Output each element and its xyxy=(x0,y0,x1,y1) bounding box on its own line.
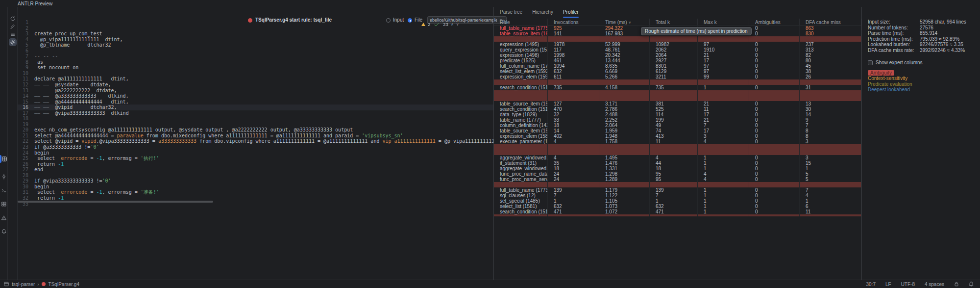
refresh-icon[interactable] xyxy=(10,16,16,22)
profiler-row[interactable]: predicate (1525)46113.444292717080 xyxy=(494,58,861,63)
code-line[interactable]: 16—— —— @vipid dtchar32, xyxy=(18,105,493,110)
code-line[interactable]: 28 xyxy=(18,173,493,179)
show-expert-columns-checkbox[interactable] xyxy=(868,60,873,65)
profiler-row[interactable]: search_condition (1516)4711.0724711011 xyxy=(494,209,861,214)
profiler-row[interactable]: expression_elem (1589)4021.948413308 xyxy=(494,133,861,139)
code-line[interactable]: 4 @p_vipa1111111111111 dtint, xyxy=(18,37,493,43)
profiler-row[interactable]: expression (1498)199820.342206421082 xyxy=(494,52,861,58)
profiler-row[interactable] xyxy=(494,150,861,155)
column-header-invocations[interactable]: Invocations xyxy=(548,19,599,26)
code-line[interactable]: 14—— —— @a333333333333 dtkind, xyxy=(18,93,493,99)
line-separator[interactable]: LF xyxy=(885,282,891,287)
profiler-row[interactable]: select_list (1581)6321.073632106 xyxy=(494,204,861,209)
profiler-row[interactable]: search_condition (1519)7354.1587351031 xyxy=(494,85,861,90)
code-line[interactable]: 15—— —— @a44444444444444 dtint, xyxy=(18,99,493,105)
profiler-row[interactable] xyxy=(494,79,861,85)
profiler-row[interactable] xyxy=(494,90,861,96)
next-issue-chevron-icon[interactable]: ∨ xyxy=(456,23,459,26)
profiler-row[interactable] xyxy=(494,144,861,150)
profiler-row[interactable]: sql_clauses (12)71.1227104 xyxy=(494,193,861,198)
code-line[interactable]: 6 xyxy=(18,48,493,54)
commit-icon[interactable] xyxy=(1,174,7,180)
tab-hierarchy[interactable]: Hierarchy xyxy=(532,7,553,18)
code-line[interactable]: 27end xyxy=(18,167,493,173)
profiler-row[interactable]: search_condition (1517)4702.78652511030 xyxy=(494,106,861,112)
readonly-lock-icon[interactable] xyxy=(953,280,960,288)
pencil-icon[interactable] xyxy=(10,24,16,29)
code-line[interactable]: 10 xyxy=(18,71,493,77)
line-number: 20 xyxy=(18,127,28,133)
list-icon[interactable] xyxy=(10,31,16,37)
profiler-row[interactable]: column_definition (1421)182.06449707 xyxy=(494,123,861,128)
code-line[interactable]: 26 return -1 xyxy=(18,161,493,167)
profiler-row[interactable]: expression_elem (1590)6115.266321199026 xyxy=(494,74,861,79)
input-editor[interactable]: 123create proc up_com_test4 @p_vipa11111… xyxy=(18,20,493,280)
caret-position[interactable]: 30:7 xyxy=(866,282,875,287)
notifications-icon[interactable] xyxy=(1,229,7,235)
code-line[interactable]: 13—— —— @a2222222222 dtdate, xyxy=(18,88,493,94)
code-line[interactable]: 25 select errorcode = -1, errormsg = '执行… xyxy=(18,156,493,161)
code-line[interactable]: 30begin xyxy=(18,184,493,190)
profiler-row[interactable]: data_type (1829)322.48811417014 xyxy=(494,112,861,117)
breadcrumb-file[interactable]: TSqlParser.g4 xyxy=(49,282,79,287)
code-line[interactable]: 29if @vipa333333333333 !='0' xyxy=(18,178,493,184)
profiler-row[interactable] xyxy=(494,36,861,42)
code-line[interactable]: 23if @a33333333333 !='0' xyxy=(18,144,493,150)
profiler-row[interactable] xyxy=(494,96,861,101)
terminal-icon[interactable] xyxy=(1,187,7,193)
code-line[interactable]: 11declare @a1111111111111 dtint, xyxy=(18,76,493,82)
profiler-row[interactable]: query_expression (1527)11748.76120621910… xyxy=(494,47,861,52)
code-line[interactable]: 8 as xyxy=(18,59,493,65)
profiler-row[interactable]: if_statement (31)351.476441015 xyxy=(494,160,861,166)
code-line[interactable]: 20exec nb_com_getsysconfig @a11111111111… xyxy=(18,127,493,133)
profiler-row[interactable]: full_column_name (17…10948.635830197045 xyxy=(494,63,861,69)
column-header-dfa_cache_miss[interactable]: DFA cache miss xyxy=(800,19,861,26)
profiler-row[interactable]: aggregate_windowed…181.33118101 xyxy=(494,166,861,171)
profiler-row[interactable]: set_special (1485)11.1051101 xyxy=(494,198,861,204)
services-icon[interactable] xyxy=(1,201,7,207)
notifications-bell-icon[interactable] xyxy=(967,280,975,288)
antlr-preview-icon[interactable] xyxy=(1,156,7,162)
code-line[interactable]: 24begin xyxy=(18,150,493,156)
profiler-row[interactable]: table_name (1777)332.2521992109 xyxy=(494,117,861,123)
prev-issue-chevron-icon[interactable]: ∧ xyxy=(451,23,454,26)
column-header-max_k[interactable]: Max k xyxy=(698,19,749,26)
code-line[interactable]: 12—— —— @sysdate dtdate, xyxy=(18,82,493,88)
inspections-widget[interactable]: 2 23 ∧ ∨ xyxy=(421,21,459,27)
column-header-total_k[interactable]: Total k xyxy=(650,19,698,26)
code-line[interactable]: 9 set nocount on xyxy=(18,65,493,71)
tab-profiler[interactable]: Profiler xyxy=(563,7,579,18)
column-header-ambiguities[interactable]: Ambiguities xyxy=(749,19,800,26)
profiler-row[interactable] xyxy=(494,214,861,216)
profiler-row[interactable]: aggregate_windowed…41.4954103 xyxy=(494,155,861,160)
code-line[interactable]: 18 xyxy=(18,116,493,122)
problems-icon[interactable] xyxy=(1,215,7,221)
profiler-row[interactable] xyxy=(494,182,861,187)
profiler-row[interactable]: execute_parameter (1…41.75811403 xyxy=(494,139,861,144)
code-line[interactable]: 3create proc up_com_test xyxy=(18,31,493,37)
gear-icon[interactable] xyxy=(10,39,16,45)
code-line[interactable]: 21select @a4444444444444444 = paravalue … xyxy=(18,133,493,139)
code-line[interactable]: 32 return -1 xyxy=(18,195,493,201)
column-header-time[interactable]: Time (ms)∨ xyxy=(599,19,650,26)
column-header-rule[interactable]: Rule xyxy=(494,19,548,26)
breadcrumb-project[interactable]: tsql-parser xyxy=(12,282,35,287)
code-line[interactable]: 5 @p_tblname dtchar32 xyxy=(18,42,493,48)
profiler-row[interactable]: table_source_item (15…1273.17138121013 xyxy=(494,101,861,106)
profiler-row[interactable]: func_proc_name_data…241.29895405 xyxy=(494,171,861,177)
code-line[interactable]: 7-- -- -- xyxy=(18,53,493,59)
code-line[interactable]: 22select @vipid = vipid,@vipa33333333333… xyxy=(18,138,493,144)
code-line[interactable]: 19 xyxy=(18,122,493,128)
layout-icon[interactable] xyxy=(2,280,10,288)
profiler-row[interactable]: table_source_item (15…141.959741708 xyxy=(494,128,861,133)
profiler-row[interactable]: full_table_name (1773)1391.179139107 xyxy=(494,187,861,193)
code-line[interactable]: 31 select errorcode = -1, errormsg = '准备… xyxy=(18,189,493,195)
profiler-row[interactable]: select_list_elem (1592)6326.669612997038 xyxy=(494,69,861,74)
code-line[interactable]: 17—— —— @vipa333333333333 dtkind xyxy=(18,110,493,116)
file-encoding[interactable]: UTF-8 xyxy=(901,282,915,287)
indent-style[interactable]: 4 spaces xyxy=(925,282,944,287)
profiler-row[interactable]: func_proc_name_serv…241.28995405 xyxy=(494,177,861,182)
tab-parse-tree[interactable]: Parse tree xyxy=(500,7,522,18)
horizontal-scrollbar[interactable] xyxy=(18,201,213,203)
profiler-row[interactable]: expression (1495)197852.99910982970237 xyxy=(494,42,861,47)
